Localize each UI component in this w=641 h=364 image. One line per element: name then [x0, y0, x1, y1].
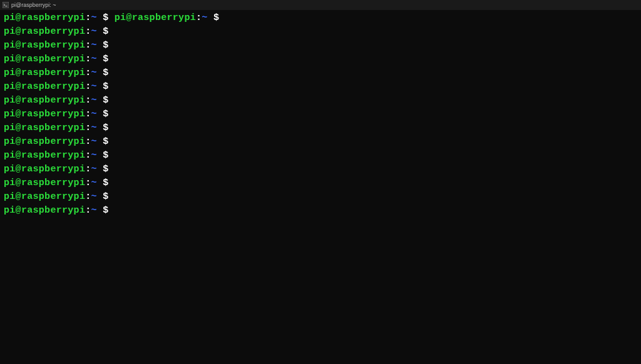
prompt-symbol: $	[103, 40, 115, 51]
prompt-colon: :	[85, 13, 91, 23]
prompt-user-host: pi@raspberrypi	[4, 40, 85, 51]
prompt-colon: :	[85, 178, 91, 188]
prompt-path: ~	[91, 191, 103, 202]
terminal-line: pi@raspberrypi:~ $	[4, 80, 637, 94]
prompt-colon: :	[85, 136, 91, 147]
prompt-colon: :	[196, 13, 202, 23]
prompt-symbol: $	[103, 109, 115, 119]
prompt-path: ~	[91, 178, 103, 188]
prompt-path: ~	[91, 40, 103, 51]
terminal-line: pi@raspberrypi:~ $	[4, 94, 637, 108]
terminal-line: pi@raspberrypi:~ $	[4, 190, 637, 204]
terminal-line: pi@raspberrypi:~ $	[4, 66, 637, 80]
prompt-symbol: $	[103, 95, 115, 106]
titlebar[interactable]: pi@raspberrypi: ~	[0, 0, 641, 10]
prompt-colon: :	[85, 26, 91, 37]
prompt-user-host: pi@raspberrypi	[4, 68, 85, 78]
terminal-body[interactable]: pi@raspberrypi:~ $ pi@raspberrypi:~ $ pi…	[0, 10, 641, 364]
prompt-symbol: $	[103, 178, 115, 188]
terminal-line: pi@raspberrypi:~ $	[4, 204, 637, 218]
prompt-symbol: $	[103, 205, 115, 216]
prompt-user-host: pi@raspberrypi	[4, 13, 85, 23]
prompt-user-host: pi@raspberrypi	[4, 178, 85, 188]
svg-rect-0	[3, 2, 9, 8]
terminal-line: pi@raspberrypi:~ $	[4, 53, 637, 66]
prompt-colon: :	[85, 40, 91, 51]
prompt-user-host: pi@raspberrypi	[4, 136, 85, 147]
prompt-user-host: pi@raspberrypi	[4, 164, 85, 174]
prompt-user-host: pi@raspberrypi	[4, 150, 85, 161]
titlebar-title: pi@raspberrypi: ~	[11, 2, 638, 8]
prompt-path: ~	[91, 13, 103, 23]
prompt-user-host: pi@raspberrypi	[4, 123, 85, 133]
prompt-path: ~	[91, 95, 103, 106]
prompt-colon: :	[85, 109, 91, 119]
prompt-colon: :	[85, 123, 91, 133]
terminal-line: pi@raspberrypi:~ $	[4, 135, 637, 149]
prompt-user-host: pi@raspberrypi	[4, 81, 85, 92]
prompt-symbol: $	[103, 81, 115, 92]
prompt-path: ~	[91, 68, 103, 78]
prompt-colon: :	[85, 81, 91, 92]
terminal-line: pi@raspberrypi:~ $	[4, 39, 637, 53]
prompt-colon: :	[85, 68, 91, 78]
prompt-user-host: pi@raspberrypi	[4, 109, 85, 119]
prompt-symbol: $	[103, 164, 115, 174]
prompt-path: ~	[91, 81, 103, 92]
prompt-path: ~	[91, 26, 103, 37]
terminal-line: pi@raspberrypi:~ $	[4, 108, 637, 121]
prompt-colon: :	[85, 150, 91, 161]
prompt-colon: :	[85, 164, 91, 174]
prompt-path: ~	[91, 164, 103, 174]
terminal-window: pi@raspberrypi: ~ pi@raspberrypi:~ $ pi@…	[0, 0, 641, 364]
prompt-colon: :	[85, 205, 91, 216]
prompt-path: ~	[91, 205, 103, 216]
prompt-path: ~	[91, 123, 103, 133]
prompt-user-host: pi@raspberrypi	[4, 191, 85, 202]
terminal-icon	[3, 2, 9, 8]
prompt-path: ~	[91, 109, 103, 119]
terminal-line: pi@raspberrypi:~ $	[4, 121, 637, 135]
prompt-symbol: $	[103, 136, 115, 147]
terminal-line: pi@raspberrypi:~ $	[4, 176, 637, 190]
prompt-symbol: $	[103, 150, 115, 161]
prompt-symbol: $	[103, 54, 115, 64]
prompt-symbol: $	[213, 13, 225, 23]
prompt-symbol: $	[103, 123, 115, 133]
prompt-user-host: pi@raspberrypi	[115, 13, 196, 23]
terminal-line: pi@raspberrypi:~ $ pi@raspberrypi:~ $	[4, 11, 637, 25]
prompt-path: ~	[91, 136, 103, 147]
prompt-user-host: pi@raspberrypi	[4, 54, 85, 64]
prompt-colon: :	[85, 54, 91, 64]
prompt-user-host: pi@raspberrypi	[4, 95, 85, 106]
prompt-symbol: $	[103, 13, 115, 23]
prompt-path: ~	[91, 150, 103, 161]
terminal-line: pi@raspberrypi:~ $	[4, 149, 637, 163]
prompt-user-host: pi@raspberrypi	[4, 26, 85, 37]
prompt-symbol: $	[103, 191, 115, 202]
prompt-path: ~	[91, 54, 103, 64]
prompt-user-host: pi@raspberrypi	[4, 205, 85, 216]
terminal-line: pi@raspberrypi:~ $	[4, 25, 637, 39]
prompt-symbol: $	[103, 26, 115, 37]
prompt-symbol: $	[103, 68, 115, 78]
terminal-line: pi@raspberrypi:~ $	[4, 163, 637, 176]
prompt-colon: :	[85, 95, 91, 106]
prompt-path: ~	[202, 13, 213, 23]
prompt-colon: :	[85, 191, 91, 202]
